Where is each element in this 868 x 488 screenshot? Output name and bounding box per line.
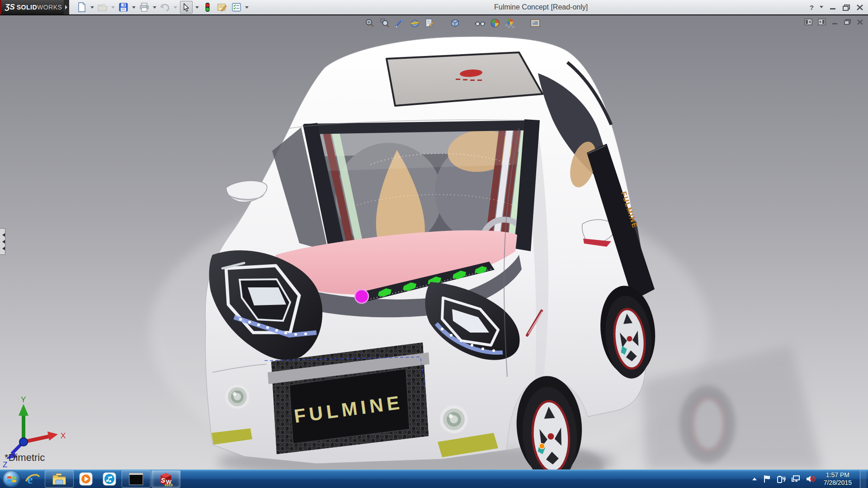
stoplight-icon [205, 2, 210, 12]
communicator-icon [103, 472, 116, 486]
zoom-to-area-icon [380, 18, 390, 28]
taskbar-solidworks[interactable]: S W 2015 [151, 470, 180, 488]
undo-icon [160, 3, 170, 12]
zoom-to-fit-button[interactable] [364, 18, 375, 28]
hidden-icons-button[interactable] [751, 477, 758, 481]
minimize-button[interactable] [829, 4, 836, 10]
expand-right-panel-button[interactable] [818, 19, 826, 25]
print-dropdown[interactable] [153, 6, 156, 10]
save-button[interactable] [118, 1, 129, 13]
view-settings-button[interactable] [530, 18, 541, 28]
select-cursor-icon [183, 3, 190, 12]
svg-text:e: e [27, 472, 33, 486]
open-button[interactable] [97, 1, 108, 13]
magenta-sensor-dot [355, 290, 368, 303]
solidworks-logo: ƷS SOLID WORKS [0, 0, 64, 14]
edit-appearance-button[interactable] [490, 18, 500, 28]
edit-note-icon [217, 3, 227, 12]
options-list-button[interactable] [231, 1, 242, 13]
main-toolbar [76, 0, 249, 14]
restore-button[interactable] [842, 4, 850, 11]
media-player-icon [79, 472, 93, 486]
feature-tree-collapse-tab[interactable] [0, 228, 5, 255]
doc-restore-button[interactable] [844, 19, 851, 25]
command-prompt-icon: C:\_ [129, 473, 143, 485]
new-dropdown[interactable] [90, 6, 94, 10]
title-bar: ƷS SOLID WORKS [0, 0, 868, 15]
taskbar-communicator[interactable] [98, 470, 121, 488]
appearance-ball-icon [490, 18, 500, 28]
view-orientation-icon [450, 18, 460, 28]
action-center-flag-icon[interactable] [763, 475, 771, 483]
collapse-left-panel-button[interactable] [804, 19, 812, 25]
power-plug-icon[interactable] [777, 475, 786, 483]
model-scene[interactable]: FULMINE [0, 15, 868, 470]
volume-muted-icon[interactable] [806, 475, 816, 483]
solidworks-2015-icon: S W 2015 [159, 472, 173, 486]
windows-flag-icon [7, 474, 17, 483]
collapse-arrow-icon [0, 247, 5, 250]
left-fog-light[interactable] [225, 385, 250, 409]
zoom-to-area-button[interactable] [379, 18, 390, 28]
save-dropdown[interactable] [132, 6, 136, 10]
collapse-arrow-icon [0, 240, 5, 244]
document-window-controls [804, 19, 863, 25]
windows-taskbar: e [0, 469, 868, 488]
svg-text:C:\_: C:\_ [131, 476, 139, 480]
view-settings-icon [530, 18, 541, 28]
taskbar-command-prompt[interactable]: C:\_ [122, 470, 151, 488]
network-icon[interactable] [791, 475, 800, 483]
graphics-area[interactable]: FULMINE [0, 15, 868, 470]
close-button[interactable] [856, 4, 863, 11]
taskbar-internet-explorer[interactable]: e [21, 470, 44, 488]
clock-date: 7/28/2015 [824, 479, 852, 487]
new-document-button[interactable] [76, 1, 88, 13]
apply-scene-icon [505, 18, 515, 28]
options-list-icon [231, 3, 241, 12]
collapse-arrow-icon [0, 233, 5, 237]
undo-dropdown[interactable] [174, 6, 177, 10]
open-dropdown[interactable] [111, 6, 115, 10]
doc-minimize-button[interactable] [831, 19, 838, 25]
doc-close-button[interactable] [857, 19, 863, 25]
file-explorer-icon [52, 473, 66, 485]
magnified-selection-button[interactable] [394, 18, 405, 28]
view-orientation-label: *Dimetric [5, 452, 45, 464]
open-folder-icon [98, 3, 108, 11]
help-dropdown[interactable] [820, 6, 823, 10]
hide-show-items-button[interactable] [475, 18, 486, 28]
taskbar-file-explorer[interactable] [45, 470, 74, 488]
taskbar-media-player[interactable] [74, 470, 98, 488]
menu-flyout-arrow[interactable] [64, 0, 69, 14]
window-controls: ? [810, 0, 863, 14]
stoplight-button[interactable] [202, 1, 213, 13]
headsup-view-toolbar [364, 18, 541, 28]
edit-note-button[interactable] [216, 1, 228, 13]
window-title: Fulmine Concept [Read-only] [494, 0, 588, 14]
select-dropdown[interactable] [195, 6, 199, 10]
section-view-icon [410, 18, 420, 28]
new-document-icon [77, 2, 86, 12]
annotation-views-button[interactable] [424, 18, 435, 28]
right-fog-light[interactable] [440, 405, 468, 433]
brand-bold: SOLID [17, 4, 37, 11]
svg-text:2015: 2015 [165, 483, 173, 486]
wheel-marker-dot [539, 443, 545, 449]
start-button[interactable] [3, 470, 21, 488]
select-button[interactable] [180, 1, 193, 14]
brand-light: WORKS [37, 4, 62, 11]
solidworks-3s-icon: ƷS [5, 3, 15, 12]
options-dropdown[interactable] [245, 6, 249, 10]
show-desktop-button[interactable] [860, 470, 866, 488]
section-view-button[interactable] [409, 18, 420, 28]
undo-button[interactable] [159, 1, 171, 13]
apply-scene-button[interactable] [505, 18, 515, 28]
taskbar-clock[interactable]: 1:57 PM 7/28/2015 [821, 471, 854, 487]
front-grille[interactable]: FULMINE [268, 343, 429, 454]
annotation-views-icon [425, 18, 434, 28]
clock-time: 1:57 PM [824, 471, 852, 479]
help-button[interactable]: ? [810, 4, 814, 11]
internet-explorer-icon: e [25, 472, 40, 486]
print-button[interactable] [138, 1, 150, 13]
view-orientation-button[interactable] [449, 18, 460, 28]
